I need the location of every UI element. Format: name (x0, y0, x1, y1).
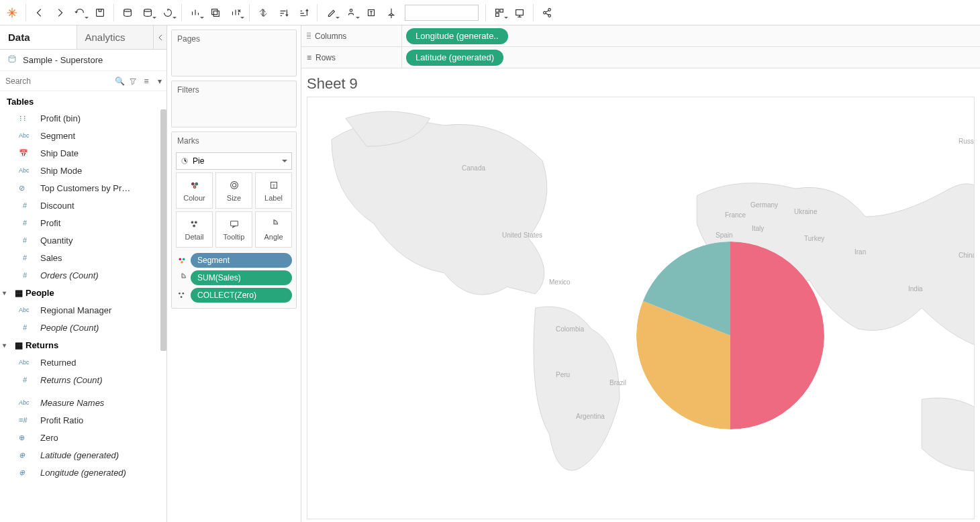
sort-desc-button[interactable] (294, 3, 313, 22)
field-label: Returns (Count) (40, 375, 102, 385)
field-label: Orders (Count) (40, 270, 99, 280)
svg-point-13 (9, 56, 15, 58)
field-returned[interactable]: AbcReturned (0, 354, 166, 371)
field-label: Returned (40, 358, 76, 368)
field-quantity[interactable]: #Quantity (0, 231, 166, 249)
mark-size-button[interactable]: Size (215, 172, 252, 209)
mark-label-button[interactable]: TLabel (255, 172, 292, 209)
field-label: Profit Ratio (40, 415, 83, 425)
refresh-button[interactable] (158, 3, 177, 22)
field-top-customers-by-pr-[interactable]: ⊘Top Customers by Pr… (0, 179, 166, 197)
field-returns-count-[interactable]: #Returns (Count) (0, 371, 166, 388)
field-ship-mode[interactable]: AbcShip Mode (0, 162, 166, 179)
pages-shelf[interactable]: Pages (171, 30, 297, 76)
num-icon: # (19, 271, 34, 279)
field-label: Discount (40, 201, 75, 211)
canvas-area: ⦙⦙⦙Columns Longitude (generate.. ≡Rows L… (301, 25, 980, 522)
field-discount[interactable]: #Discount (0, 197, 166, 214)
fit-dropdown[interactable] (405, 5, 479, 21)
svg-rect-25 (230, 221, 238, 226)
svg-point-28 (181, 261, 183, 264)
field-people-count-[interactable]: #People (Count) (0, 319, 166, 336)
mark-label: Tooltip (224, 233, 245, 241)
group-returns[interactable]: ▾▦Returns (0, 336, 166, 354)
field-label: Profit (40, 218, 60, 228)
swap-axes-button[interactable] (254, 3, 273, 22)
field-longitude-generated-[interactable]: ⊕Longitude (generated) (0, 464, 166, 481)
svg-point-31 (181, 296, 183, 298)
field-regional-manager[interactable]: AbcRegional Manager (0, 301, 166, 319)
mark-angle-button[interactable]: Angle (255, 211, 292, 248)
svg-point-1 (124, 9, 132, 11)
sheet-title[interactable]: Sheet 9 (307, 71, 975, 97)
field-profit[interactable]: #Profit (0, 214, 166, 231)
svg-rect-7 (500, 9, 503, 12)
columns-pill[interactable]: Longitude (generate.. (406, 28, 508, 44)
field-profit-bin-[interactable]: ⫶⫶Profit (bin) (0, 109, 166, 127)
rows-shelf[interactable]: ≡Rows Latitude (generated) (301, 47, 980, 68)
chevron-down-icon[interactable]: ▾ (154, 76, 165, 87)
field-segment[interactable]: AbcSegment (0, 127, 166, 144)
mark-tooltip-button[interactable]: Tooltip (215, 211, 252, 248)
search-input[interactable] (1, 74, 111, 89)
text-label-button[interactable] (362, 3, 381, 22)
field-sales[interactable]: #Sales (0, 249, 166, 266)
svg-point-30 (182, 293, 184, 295)
rows-pill[interactable]: Latitude (generated) (406, 50, 503, 66)
svg-rect-0 (97, 9, 104, 16)
svg-rect-8 (496, 13, 499, 16)
forward-button[interactable] (50, 3, 69, 22)
duplicate-sheet-button[interactable] (206, 3, 225, 22)
svg-point-2 (144, 9, 152, 11)
num-icon: # (19, 236, 34, 244)
set-icon: ⊘ (19, 184, 34, 193)
pie-chart[interactable] (636, 242, 824, 429)
data-dropdown[interactable] (138, 3, 157, 22)
sort-asc-button[interactable] (274, 3, 293, 22)
scrollbar[interactable] (160, 109, 166, 351)
columns-shelf[interactable]: ⦙⦙⦙Columns Longitude (generate.. (301, 25, 980, 47)
mark-type-dropdown[interactable]: Pie (176, 152, 292, 170)
field-zero[interactable]: ⊕Zero (0, 429, 166, 446)
field-label: Segment (40, 131, 75, 141)
undo-redo-dropdown[interactable] (70, 3, 89, 22)
abc-icon: Abc (19, 399, 34, 406)
viz-map[interactable]: CanadaUnited StatesMexicoColombiaPeruBra… (307, 97, 975, 519)
field-ship-date[interactable]: 📅Ship Date (0, 144, 166, 162)
mark-colour-button[interactable]: Colour (176, 172, 213, 209)
mark-detail-button[interactable]: Detail (176, 211, 213, 248)
datasource-row[interactable]: Sample - Superstore (0, 50, 166, 71)
field-measure-names[interactable]: AbcMeasure Names (0, 394, 166, 411)
pin-button[interactable] (382, 3, 401, 22)
back-button[interactable] (30, 3, 49, 22)
tableau-logo[interactable] (3, 3, 21, 22)
search-icon[interactable]: 🔍 (114, 76, 125, 87)
marks-card: Marks Pie ColourSizeTLabelDetailTooltipA… (171, 132, 297, 309)
filter-icon[interactable] (128, 76, 138, 87)
field-label: Sales (40, 253, 62, 263)
svg-point-24 (193, 225, 195, 227)
pill-collect-zero-[interactable]: COLLECT(Zero) (191, 288, 292, 303)
pill-segment[interactable]: Segment (191, 253, 292, 268)
group-people[interactable]: ▾▦People (0, 284, 166, 301)
abc-icon: Abc (19, 359, 34, 366)
field-orders-count-[interactable]: #Orders (Count) (0, 266, 166, 284)
field-profit-ratio[interactable]: =#Profit Ratio (0, 411, 166, 429)
tab-data[interactable]: Data (0, 25, 77, 49)
presentation-button[interactable] (510, 3, 529, 22)
svg-point-17 (193, 186, 196, 189)
field-latitude-generated-[interactable]: ⊕Latitude (generated) (0, 446, 166, 464)
share-button[interactable] (538, 3, 556, 22)
new-datasource-button[interactable] (118, 3, 137, 22)
tab-analytics[interactable]: Analytics (77, 25, 154, 49)
filters-shelf[interactable]: Filters (171, 81, 297, 127)
new-worksheet-button[interactable] (186, 3, 205, 22)
view-options-icon[interactable]: ≡ (141, 76, 152, 87)
group-button[interactable] (342, 3, 360, 22)
show-me-button[interactable] (490, 3, 509, 22)
collapse-pane-icon[interactable] (153, 25, 166, 49)
save-button[interactable] (91, 3, 109, 22)
highlight-button[interactable] (322, 3, 340, 22)
pill-sum-sales-[interactable]: SUM(Sales) (191, 270, 292, 285)
clear-sheet-button[interactable] (226, 3, 245, 22)
